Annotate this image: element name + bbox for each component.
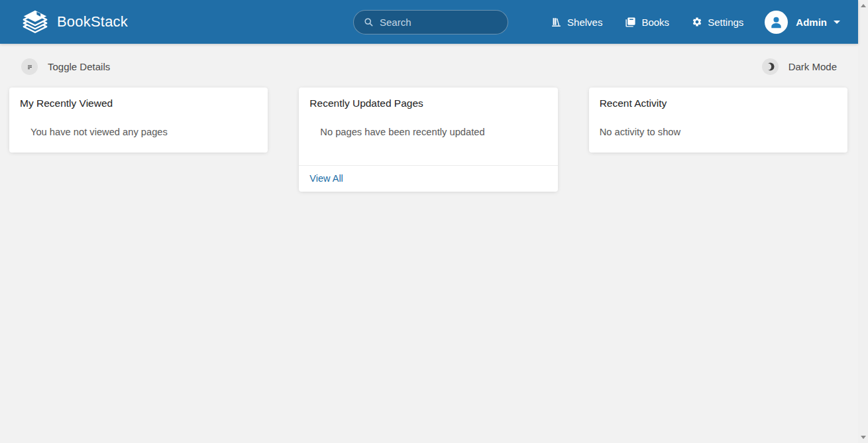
empty-state-text: No activity to show xyxy=(600,127,837,137)
nav-books[interactable]: Books xyxy=(625,17,669,28)
toggle-details-label: Toggle Details xyxy=(48,61,110,72)
navbar: BookStack Shel xyxy=(0,0,858,44)
home-link[interactable]: BookStack xyxy=(21,8,128,36)
scroll-down-arrow-icon[interactable] xyxy=(861,436,866,439)
card-title: My Recently Viewed xyxy=(9,88,268,109)
actions-row: Toggle Details Dark Mode xyxy=(0,58,858,75)
page: BookStack Shel xyxy=(0,0,858,443)
card-recent-activity: Recent Activity No activity to show xyxy=(589,88,847,153)
search-input[interactable] xyxy=(380,17,512,28)
empty-state-text: You have not viewed any pages xyxy=(30,127,257,137)
moon-icon xyxy=(762,58,779,75)
nav-settings[interactable]: Settings xyxy=(692,17,743,28)
view-all-link[interactable]: View All xyxy=(309,173,343,184)
brand-name: BookStack xyxy=(57,13,128,31)
details-icon xyxy=(21,58,38,75)
chevron-down-icon xyxy=(834,21,840,24)
user-menu[interactable]: Admin xyxy=(765,11,840,34)
card-body: Recently Updated Pages No pages have bee… xyxy=(299,88,557,165)
card-recently-updated: Recently Updated Pages No pages have bee… xyxy=(299,88,557,192)
nav-books-label: Books xyxy=(641,17,669,28)
navbar-center xyxy=(353,10,508,34)
card-footer: View All xyxy=(299,165,557,192)
scroll-up-arrow-icon[interactable] xyxy=(861,4,866,7)
user-name: Admin xyxy=(796,17,827,28)
card-title: Recent Activity xyxy=(589,88,847,109)
book-icon xyxy=(625,17,636,28)
toggle-details-button[interactable]: Toggle Details xyxy=(21,58,110,75)
scrollbar[interactable] xyxy=(858,0,868,443)
dark-mode-label: Dark Mode xyxy=(788,61,837,72)
bookstack-logo-icon xyxy=(21,8,49,36)
search-box[interactable] xyxy=(353,10,508,34)
dark-mode-button[interactable]: Dark Mode xyxy=(762,58,837,75)
search-icon xyxy=(364,17,374,27)
nav-shelves[interactable]: Shelves xyxy=(551,17,602,28)
card-title: Recently Updated Pages xyxy=(299,88,557,109)
gear-icon xyxy=(692,17,702,27)
bookshelf-icon xyxy=(551,17,562,28)
navbar-left: BookStack xyxy=(21,8,353,36)
dashboard-cards: My Recently Viewed You have not viewed a… xyxy=(0,88,858,192)
avatar xyxy=(765,11,788,34)
navbar-links: Shelves Books Settings xyxy=(508,11,840,34)
nav-settings-label: Settings xyxy=(708,17,743,28)
empty-state-text: No pages have been recently updated xyxy=(320,127,547,137)
card-recently-viewed: My Recently Viewed You have not viewed a… xyxy=(9,88,268,153)
nav-shelves-label: Shelves xyxy=(567,17,602,28)
